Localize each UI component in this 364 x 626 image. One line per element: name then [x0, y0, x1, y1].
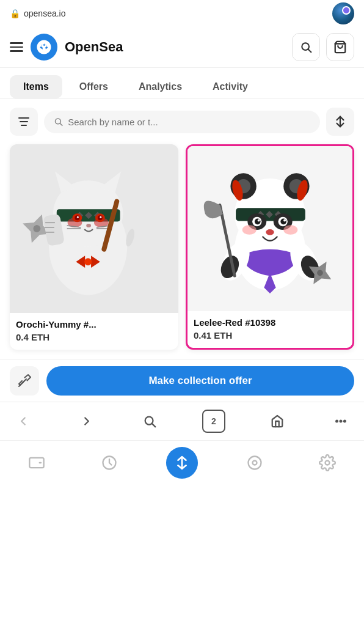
svg-line-4 [60, 123, 62, 125]
dock-swap[interactable] [166, 447, 198, 479]
home-icon [271, 414, 284, 428]
sort-icon [333, 115, 347, 128]
leelee-name: Leelee-Red #10398 [194, 317, 346, 328]
back-button[interactable] [12, 410, 34, 432]
header-left: OpenSea [10, 34, 123, 61]
nft-card-leelee[interactable]: Leelee-Red #10398 0.41 ETH [186, 144, 354, 350]
svg-point-73 [336, 421, 338, 422]
cart-button[interactable] [326, 33, 354, 61]
header: OpenSea [0, 27, 364, 68]
search-input-icon [54, 117, 63, 127]
browser-search-icon [143, 414, 156, 428]
svg-point-23 [100, 216, 101, 218]
svg-point-56 [280, 219, 286, 225]
more-icon [334, 414, 348, 428]
nft-grid: Orochi-Yummy #... 0.4 ETH [0, 144, 364, 359]
svg-point-31 [84, 258, 92, 265]
filter-button[interactable] [10, 108, 38, 136]
nft-image-orochi [10, 144, 178, 313]
svg-point-58 [283, 219, 286, 222]
svg-point-60 [283, 225, 297, 234]
tab-count: 2 [211, 416, 216, 426]
dock-settings[interactable] [311, 447, 343, 479]
tab-offers[interactable]: Offers [66, 75, 122, 98]
svg-point-80 [253, 461, 257, 465]
svg-line-1 [308, 50, 311, 53]
search-row [0, 99, 364, 144]
brand-name: OpenSea [65, 39, 123, 55]
header-right [292, 33, 354, 61]
nft-card-orochi[interactable]: Orochi-Yummy #... 0.4 ETH [10, 144, 178, 350]
lock-icon: 🔒 [10, 9, 20, 18]
svg-line-72 [152, 424, 155, 427]
tab-analytics[interactable]: Analytics [125, 75, 195, 98]
svg-point-61 [266, 229, 274, 235]
tab-count-box[interactable]: 2 [202, 410, 225, 433]
leelee-art [187, 146, 352, 311]
orochi-info: Orochi-Yummy #... 0.4 ETH [10, 313, 178, 350]
dock-history[interactable] [93, 447, 125, 479]
leelee-info: Leelee-Red #10398 0.41 ETH [187, 311, 352, 348]
tab-items[interactable]: Items [10, 75, 62, 98]
settings-dock-icon [319, 454, 336, 471]
dock-wallet[interactable] [21, 447, 53, 479]
svg-point-55 [255, 219, 261, 225]
dock-explore[interactable] [239, 447, 271, 479]
svg-point-24 [86, 224, 91, 227]
broom-icon [17, 374, 32, 388]
explore-dock-icon [246, 454, 263, 471]
svg-point-57 [258, 219, 260, 222]
leelee-price: 0.41 ETH [194, 330, 346, 341]
wallet-dock-icon [28, 454, 45, 471]
globe-icon[interactable] [332, 2, 354, 24]
url-bar: 🔒 opensea.io [10, 9, 66, 18]
browser-search-button[interactable] [139, 410, 161, 432]
swap-dock-icon [174, 455, 190, 471]
action-bar: Make collection offer [0, 359, 364, 402]
search-input[interactable] [68, 117, 310, 127]
orochi-price: 0.4 ETH [16, 332, 172, 342]
tab-activity[interactable]: Activity [199, 75, 261, 98]
svg-point-79 [249, 457, 261, 470]
back-icon [16, 414, 30, 428]
opensea-logo-svg [36, 39, 52, 55]
svg-point-22 [77, 216, 79, 218]
browser-nav: 2 [0, 402, 364, 440]
url-text: opensea.io [24, 9, 66, 18]
status-bar: 🔒 opensea.io [0, 0, 364, 27]
make-offer-button[interactable]: Make collection offer [46, 366, 354, 396]
filter-icon [18, 117, 29, 126]
sort-button[interactable] [326, 108, 354, 136]
tabs-container: Items Offers Analytics Activity [0, 68, 364, 99]
menu-button[interactable] [10, 42, 23, 52]
broom-button[interactable] [10, 366, 39, 396]
forward-icon [80, 414, 93, 428]
svg-point-59 [242, 225, 257, 234]
opensea-logo[interactable] [31, 34, 57, 61]
svg-point-75 [344, 421, 346, 422]
search-icon [300, 41, 312, 53]
dock [0, 440, 364, 487]
search-button[interactable] [292, 33, 320, 61]
orochi-art [10, 144, 178, 313]
home-button[interactable] [266, 410, 288, 432]
svg-point-74 [340, 421, 342, 422]
svg-point-81 [326, 461, 330, 465]
search-input-wrap [44, 111, 320, 133]
cart-icon [333, 40, 347, 54]
history-dock-icon [101, 454, 118, 471]
orochi-name: Orochi-Yummy #... [16, 319, 172, 330]
forward-button[interactable] [76, 410, 98, 432]
nft-image-leelee [187, 146, 352, 311]
more-options-button[interactable] [330, 410, 352, 432]
